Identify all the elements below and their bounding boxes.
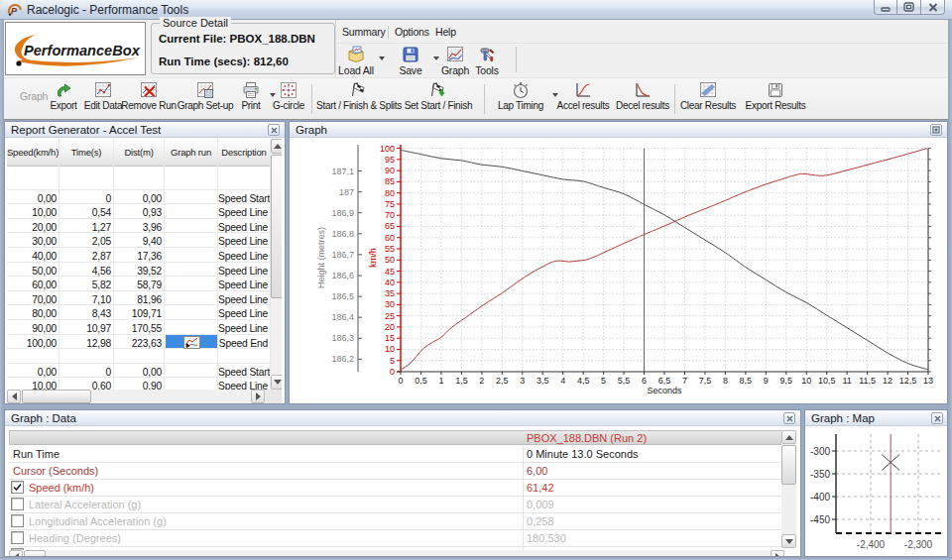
table-cell[interactable]: 10,97 <box>60 322 114 337</box>
column-divider <box>217 139 218 392</box>
track-map-chart[interactable]: -300-350-400-450-2,400-2,300 <box>806 427 947 556</box>
row-checkbox[interactable] <box>11 531 24 544</box>
table-cell[interactable]: Speed Line <box>218 235 271 250</box>
scrollbar-thumb[interactable] <box>781 445 796 485</box>
graph-panel-menu-button[interactable] <box>930 124 942 136</box>
table-cell[interactable]: 30,00 <box>7 235 60 250</box>
report-panel-close-button[interactable] <box>268 124 280 136</box>
app-icon: P <box>7 3 22 17</box>
minimize-button[interactable] <box>874 0 897 15</box>
table-cell[interactable]: 0,00 <box>7 192 60 207</box>
row-checkbox[interactable] <box>11 481 24 494</box>
scroll-right-button[interactable] <box>771 550 784 556</box>
table-cell[interactable]: 2,87 <box>60 250 114 265</box>
map-panel-close-button[interactable] <box>931 412 943 424</box>
table-cell[interactable]: Speed Line <box>218 265 271 280</box>
data-row-label[interactable]: Longitudinal Acceleration (g) <box>29 515 167 527</box>
svg-text:186,9: 186,9 <box>331 208 354 218</box>
table-cell[interactable]: Speed Line <box>218 221 271 236</box>
table-cell[interactable]: 1,27 <box>60 221 114 236</box>
table-cell[interactable]: 0,54 <box>60 206 114 221</box>
toolbar-button-export-results[interactable]: Export Results <box>731 80 820 118</box>
scroll-right-button[interactable] <box>251 390 265 403</box>
table-cell[interactable]: 20,00 <box>7 221 60 236</box>
table-cell[interactable]: 3,96 <box>114 221 165 236</box>
table-cell[interactable]: 2,05 <box>60 235 114 250</box>
report-hscrollbar[interactable] <box>7 390 282 403</box>
toolbar-button-start-finish-splits[interactable]: Start / Finish & Splits <box>314 80 404 118</box>
row-checkbox[interactable] <box>11 498 24 510</box>
table-cell[interactable]: 0,00 <box>114 366 165 381</box>
maximize-button[interactable] <box>897 0 921 15</box>
table-cell[interactable]: 39,52 <box>114 265 165 280</box>
data-row-label[interactable]: Heading (Degrees) <box>29 532 121 544</box>
table-cell[interactable]: 8,43 <box>60 307 114 322</box>
column-header-graph-run[interactable]: Graph run <box>165 139 218 167</box>
table-cell[interactable]: 70,00 <box>7 293 60 308</box>
data-panel-close-button[interactable] <box>783 412 795 424</box>
table-cell[interactable]: 9,40 <box>114 235 165 250</box>
table-cell[interactable]: 0,00 <box>114 192 165 207</box>
scroll-up-button[interactable] <box>781 430 796 444</box>
table-cell[interactable]: Speed Line <box>218 322 271 337</box>
scroll-left-button[interactable] <box>7 390 21 403</box>
table-cell[interactable]: Speed Line <box>218 307 271 322</box>
table-cell[interactable]: 81,96 <box>114 293 165 308</box>
data-hscrollbar[interactable] <box>9 550 784 556</box>
table-cell[interactable]: Speed Line <box>218 250 271 265</box>
data-vscrollbar[interactable] <box>781 430 796 548</box>
table-cell[interactable]: Speed Start <box>218 192 271 207</box>
menu-help[interactable]: Help <box>429 24 462 41</box>
scroll-down-button[interactable] <box>271 375 282 390</box>
column-header-time-s[interactable]: Time(s) <box>60 139 114 167</box>
table-cell[interactable]: Speed Line <box>218 293 271 308</box>
table-cell[interactable]: 170,55 <box>114 322 165 337</box>
report-vscrollbar[interactable] <box>271 139 282 390</box>
column-header-speed-km-h[interactable]: Speed(km/h) <box>7 139 60 167</box>
table-cell[interactable]: Speed Line <box>218 206 271 221</box>
row-checkbox[interactable] <box>11 514 24 527</box>
close-button[interactable] <box>921 0 945 15</box>
graph-run-selected-cell[interactable] <box>166 335 218 349</box>
data-row-label[interactable]: Run Time <box>13 448 60 460</box>
table-cell[interactable]: 0 <box>60 366 114 381</box>
table-cell[interactable]: 0 <box>60 192 114 207</box>
table-cell[interactable]: 40,00 <box>7 250 60 265</box>
table-cell[interactable]: 0,93 <box>114 206 165 221</box>
run-column-header[interactable]: PBOX_188.DBN (Run 2) <box>527 432 647 444</box>
column-header-dist-m[interactable]: Dist(m) <box>114 139 165 167</box>
table-cell[interactable]: 58,79 <box>114 279 165 293</box>
data-row-label[interactable]: Speed (km/h) <box>29 482 94 494</box>
table-cell[interactable]: 90,00 <box>7 322 60 337</box>
speed-height-chart[interactable]: 186,2186,3186,4186,5186,6186,7186,8186,9… <box>291 139 946 402</box>
table-cell[interactable]: 7,10 <box>60 293 114 308</box>
table-cell[interactable]: 100,00 <box>7 337 60 352</box>
table-cell[interactable]: 223,63 <box>114 337 165 352</box>
table-cell[interactable]: Speed Start <box>218 366 271 381</box>
scrollbar-thumb[interactable] <box>22 390 91 403</box>
data-row-label[interactable]: Lateral Acceleration (g) <box>29 499 141 510</box>
table-cell[interactable]: 12,98 <box>60 337 114 352</box>
data-row-label[interactable]: Cursor (Seconds) <box>13 465 98 477</box>
column-header-description[interactable]: Description <box>218 139 271 167</box>
table-cell[interactable]: 4,56 <box>60 265 114 280</box>
data-row-value: 6,00 <box>527 465 547 477</box>
table-cell[interactable]: 60,00 <box>7 279 60 293</box>
menu-options[interactable]: Options <box>389 24 435 41</box>
scrollbar-thumb[interactable] <box>271 155 282 298</box>
table-cell[interactable]: 10,00 <box>7 206 60 221</box>
scrollbar-thumb[interactable] <box>24 550 46 556</box>
scroll-up-button[interactable] <box>271 139 282 154</box>
menu-summary[interactable]: Summary <box>336 24 392 41</box>
table-cell[interactable]: 0,00 <box>7 366 60 381</box>
table-cell[interactable]: 109,71 <box>114 307 165 322</box>
table-cell[interactable]: 17,36 <box>114 250 165 265</box>
toolbar-button-set-start-finish[interactable]: Set Start / Finish <box>394 80 483 118</box>
table-cell[interactable]: 5,82 <box>60 279 114 293</box>
table-cell[interactable]: Speed Line <box>218 279 271 293</box>
table-cell[interactable]: 80,00 <box>7 307 60 322</box>
scroll-down-button[interactable] <box>781 534 796 548</box>
scroll-left-button[interactable] <box>9 550 23 556</box>
table-cell[interactable]: 50,00 <box>7 265 60 280</box>
table-cell[interactable]: Speed End <box>218 337 271 352</box>
